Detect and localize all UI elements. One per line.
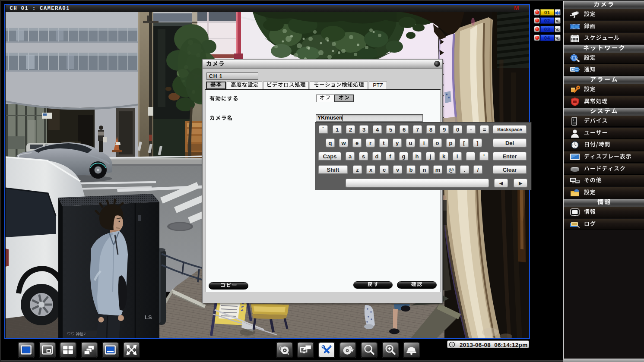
svg-text:LS: LS — [145, 314, 152, 321]
svg-text:♡♡ 神信7: ♡♡ 神信7 — [67, 332, 86, 336]
